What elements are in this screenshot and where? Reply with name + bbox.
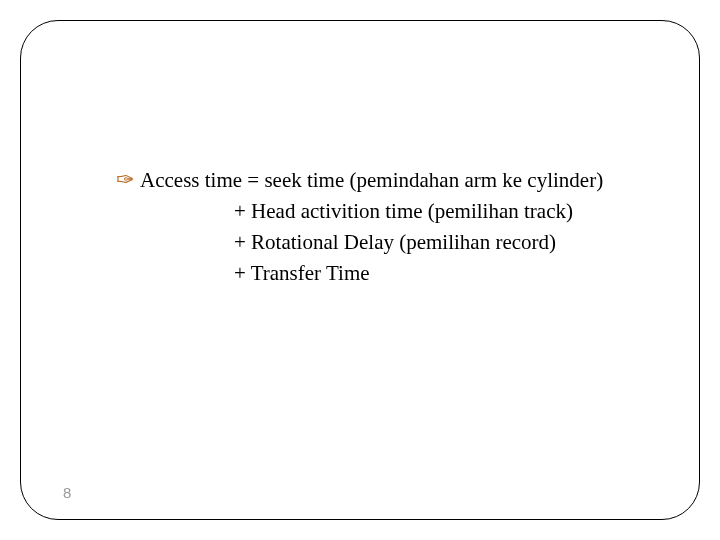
bullet-line-1: ✑ Access time = seek time (pemindahan ar… (116, 166, 659, 194)
slide-frame: ✑ Access time = seek time (pemindahan ar… (20, 20, 700, 520)
page-number: 8 (63, 484, 71, 501)
text-line-1: Access time = seek time (pemindahan arm … (140, 166, 603, 194)
text-line-4: + Transfer Time (234, 259, 659, 287)
text-line-3: + Rotational Delay (pemilihan record) (234, 228, 659, 256)
text-line-2: + Head activition time (pemilihan track) (234, 197, 659, 225)
slide-content: ✑ Access time = seek time (pemindahan ar… (116, 166, 659, 290)
bullet-icon: ✑ (116, 166, 134, 194)
